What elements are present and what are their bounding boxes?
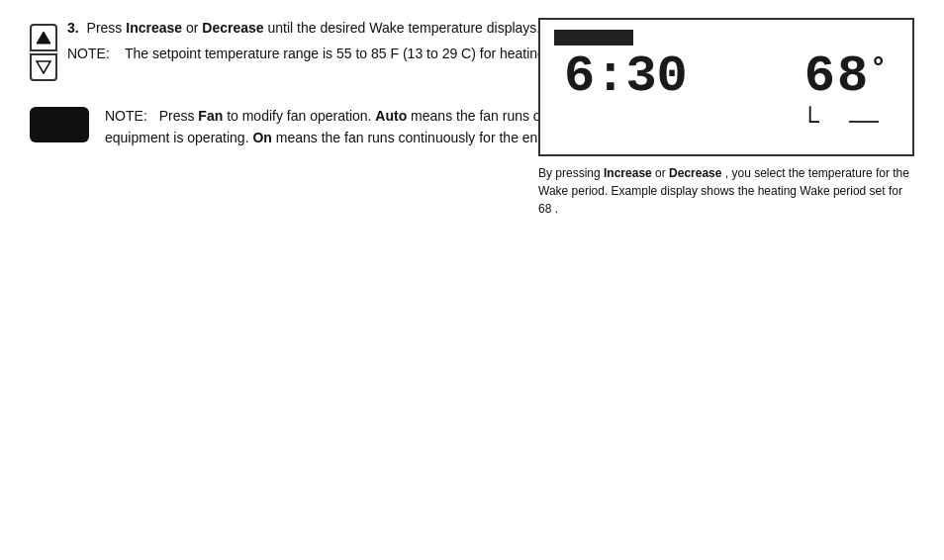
thermostat-display: 6:30 68° └ bbox=[538, 18, 914, 156]
display-area: 6:30 68° └ By pressing Increase or Decre… bbox=[538, 18, 914, 218]
display-numbers-row: 6:30 68° bbox=[554, 51, 898, 103]
svg-marker-0 bbox=[37, 32, 50, 44]
arrow-icons bbox=[30, 24, 57, 81]
dash-symbol bbox=[849, 121, 879, 123]
display-caption: By pressing Increase or Decrease , you s… bbox=[538, 164, 914, 218]
decrease-arrow-icon bbox=[30, 53, 57, 81]
temperature-value: 68 bbox=[804, 51, 870, 103]
temp-display: 68° bbox=[804, 51, 889, 103]
fan-button-icon bbox=[30, 107, 89, 142]
degree-symbol: ° bbox=[870, 55, 889, 83]
increase-arrow-icon bbox=[30, 24, 57, 51]
time-display: 6:30 bbox=[564, 51, 688, 103]
svg-marker-1 bbox=[37, 61, 50, 73]
display-bottom-row: └ bbox=[554, 107, 898, 137]
heat-curve-symbol: └ bbox=[802, 107, 819, 137]
display-highlight-bar bbox=[554, 30, 633, 46]
